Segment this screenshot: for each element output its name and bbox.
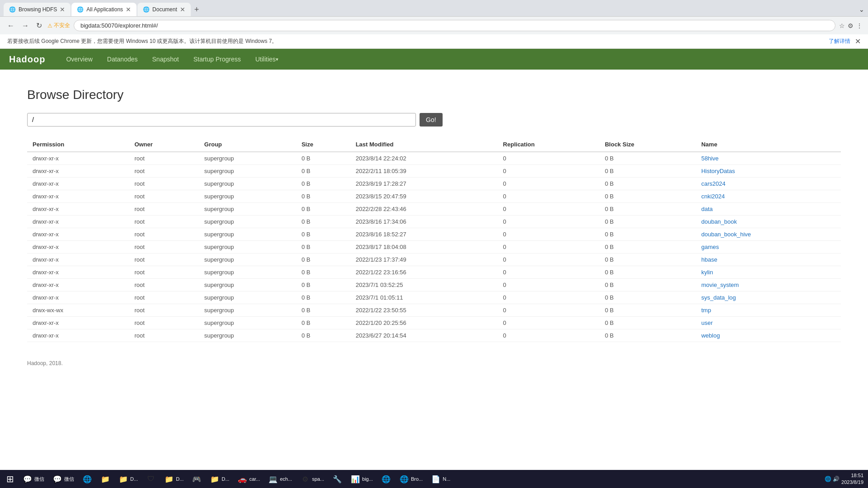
cell-block-size: 0 B: [599, 228, 696, 241]
cell-last-modified: 2023/8/19 17:28:27: [350, 178, 498, 190]
dir-link[interactable]: 58hive: [701, 155, 718, 162]
cell-replication: 0: [498, 216, 599, 228]
reload-button[interactable]: ↻: [34, 19, 44, 32]
cell-last-modified: 2023/7/1 01:05:11: [350, 291, 498, 304]
nav-overview[interactable]: Overview: [59, 49, 99, 70]
tab-close-document[interactable]: ✕: [180, 6, 185, 13]
dir-link[interactable]: douban_book_hive: [701, 231, 751, 238]
cell-owner: root: [129, 253, 198, 266]
tab-all-applications[interactable]: 🌐 All Applications ✕: [71, 3, 137, 16]
dir-link[interactable]: weblog: [701, 332, 720, 339]
nav-snapshot[interactable]: Snapshot: [145, 49, 186, 70]
cell-replication: 0: [498, 304, 599, 317]
nav-utilities[interactable]: Utilities: [248, 49, 286, 70]
cell-owner: root: [129, 228, 198, 241]
path-input[interactable]: [27, 113, 416, 127]
cell-owner: root: [129, 291, 198, 304]
table-body: drwxr-xr-x root supergroup 0 B 2023/8/14…: [27, 152, 841, 342]
col-name: Name: [696, 137, 841, 152]
dir-link[interactable]: douban_book: [701, 218, 737, 225]
tab-document[interactable]: 🌐 Document ✕: [137, 3, 191, 16]
cell-name[interactable]: data: [696, 203, 841, 216]
dir-link[interactable]: kylin: [701, 269, 713, 276]
address-bar: ← → ↻ ⚠ 不安全 ☆ ⚙ ⋮: [0, 16, 868, 34]
cell-block-size: 0 B: [599, 279, 696, 291]
update-link[interactable]: 了解详情: [829, 38, 850, 45]
cell-replication: 0: [498, 279, 599, 291]
tab-close-browsing-hdfs[interactable]: ✕: [60, 6, 65, 13]
directory-table: Permission Owner Group Size Last Modifie…: [27, 137, 841, 342]
cell-name[interactable]: cnki2024: [696, 190, 841, 203]
security-label: 不安全: [54, 22, 70, 29]
cell-name[interactable]: sys_data_log: [696, 291, 841, 304]
cell-name[interactable]: cars2024: [696, 178, 841, 190]
cell-name[interactable]: weblog: [696, 329, 841, 342]
bookmark-button[interactable]: ☆: [839, 22, 845, 29]
update-banner-close[interactable]: ✕: [855, 37, 861, 46]
cell-name[interactable]: HistoryDatas: [696, 165, 841, 178]
cell-name[interactable]: games: [696, 241, 841, 253]
tab-close-all-applications[interactable]: ✕: [126, 6, 131, 13]
cell-name[interactable]: 58hive: [696, 152, 841, 165]
tab-title-browsing-hdfs: Browsing HDFS: [19, 6, 57, 13]
table-row: drwxr-xr-x root supergroup 0 B 2023/7/1 …: [27, 279, 841, 291]
dir-link[interactable]: data: [701, 206, 712, 212]
cell-replication: 0: [498, 329, 599, 342]
cell-block-size: 0 B: [599, 165, 696, 178]
cell-owner: root: [129, 190, 198, 203]
menu-button[interactable]: ⋮: [856, 22, 863, 29]
cell-group: supergroup: [199, 253, 296, 266]
dir-link[interactable]: tmp: [701, 307, 711, 314]
cell-replication: 0: [498, 190, 599, 203]
dir-link[interactable]: hbase: [701, 256, 717, 263]
back-button[interactable]: ←: [5, 20, 16, 32]
dir-link[interactable]: movie_system: [701, 282, 739, 288]
table-row: drwxr-xr-x root supergroup 0 B 2023/8/17…: [27, 241, 841, 253]
cell-name[interactable]: movie_system: [696, 279, 841, 291]
cell-block-size: 0 B: [599, 317, 696, 329]
page-footer: Hadoop, 2018.: [27, 360, 841, 366]
cell-last-modified: 2022/2/28 22:43:46: [350, 203, 498, 216]
nav-datanodes[interactable]: Datanodes: [100, 49, 145, 70]
extensions-button[interactable]: ⚙: [848, 22, 854, 29]
cell-name[interactable]: douban_book_hive: [696, 228, 841, 241]
cell-last-modified: 2023/6/27 20:14:54: [350, 329, 498, 342]
cell-block-size: 0 B: [599, 216, 696, 228]
nav-startup-progress[interactable]: Startup Progress: [186, 49, 248, 70]
table-row: drwxr-xr-x root supergroup 0 B 2022/2/11…: [27, 165, 841, 178]
cell-name[interactable]: hbase: [696, 253, 841, 266]
cell-block-size: 0 B: [599, 291, 696, 304]
cell-name[interactable]: tmp: [696, 304, 841, 317]
tab-overflow-button[interactable]: ⌄: [859, 6, 864, 13]
table-row: drwxr-xr-x root supergroup 0 B 2023/8/14…: [27, 152, 841, 165]
table-row: drwxr-xr-x root supergroup 0 B 2023/8/16…: [27, 228, 841, 241]
table-row: drwxr-xr-x root supergroup 0 B 2022/1/22…: [27, 266, 841, 279]
dir-link[interactable]: user: [701, 319, 712, 326]
forward-button[interactable]: →: [20, 20, 31, 32]
cell-name[interactable]: user: [696, 317, 841, 329]
cell-replication: 0: [498, 253, 599, 266]
cell-replication: 0: [498, 317, 599, 329]
cell-owner: root: [129, 266, 198, 279]
tab-browsing-hdfs[interactable]: 🌐 Browsing HDFS ✕: [4, 3, 71, 16]
new-tab-button[interactable]: +: [192, 5, 202, 14]
dir-link[interactable]: HistoryDatas: [701, 168, 735, 174]
cell-block-size: 0 B: [599, 241, 696, 253]
dir-link[interactable]: cnki2024: [701, 193, 725, 200]
main-content: Browse Directory Go! Permission Owner Gr…: [0, 70, 868, 385]
cell-name[interactable]: douban_book: [696, 216, 841, 228]
go-button[interactable]: Go!: [420, 113, 443, 127]
cell-permission: drwxr-xr-x: [27, 203, 129, 216]
browser-chrome: 🌐 Browsing HDFS ✕ 🌐 All Applications ✕ 🌐…: [0, 0, 868, 49]
cell-group: supergroup: [199, 241, 296, 253]
url-input[interactable]: [74, 20, 835, 31]
dir-link[interactable]: sys_data_log: [701, 294, 736, 301]
cell-name[interactable]: kylin: [696, 266, 841, 279]
cell-group: supergroup: [199, 203, 296, 216]
cell-owner: root: [129, 279, 198, 291]
cell-last-modified: 2023/7/1 03:52:25: [350, 279, 498, 291]
cell-group: supergroup: [199, 165, 296, 178]
dir-link[interactable]: cars2024: [701, 180, 725, 187]
dir-link[interactable]: games: [701, 244, 719, 250]
cell-last-modified: 2023/8/16 17:34:06: [350, 216, 498, 228]
